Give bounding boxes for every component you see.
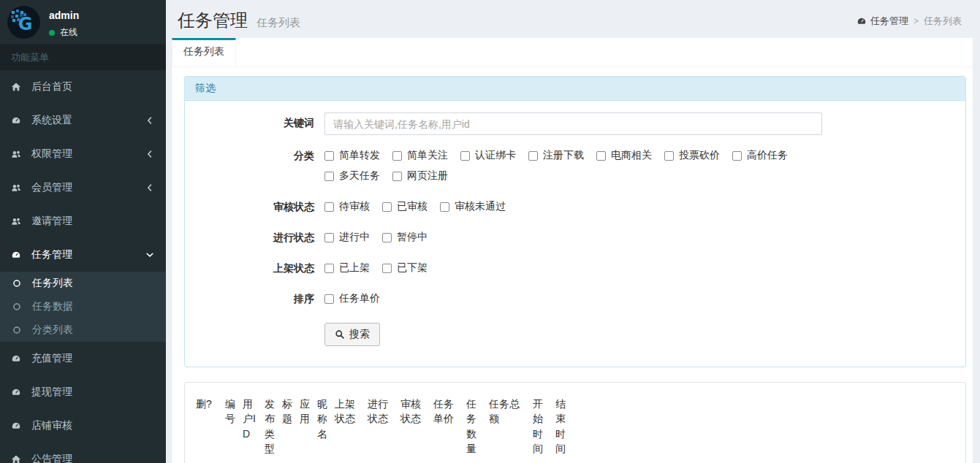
breadcrumb-item[interactable]: 任务管理 — [856, 15, 908, 28]
checkbox[interactable] — [382, 202, 392, 212]
checkbox[interactable] — [528, 151, 538, 161]
checkbox-label: 高价任务 — [747, 149, 788, 162]
filter-label-progress-status: 进行状态 — [196, 227, 324, 248]
sidebar-link-system-settings[interactable]: 系统设置 — [0, 104, 166, 137]
home-icon — [11, 82, 26, 92]
circle-o-icon — [12, 325, 27, 335]
checkbox[interactable] — [460, 151, 470, 161]
checkbox-label: 认证绑卡 — [475, 149, 516, 162]
filter-label-audit-status: 审核状态 — [196, 196, 324, 217]
checkbox-option[interactable]: 简单关注 — [392, 149, 448, 162]
table-column-header: 任务单价 — [430, 390, 463, 462]
checkbox[interactable] — [392, 151, 402, 161]
checkbox[interactable] — [732, 151, 742, 161]
checkbox-option[interactable]: 网页注册 — [392, 169, 448, 183]
checkbox[interactable] — [324, 151, 334, 161]
checkbox[interactable] — [596, 151, 606, 161]
table-column-header: 标题 — [278, 390, 296, 462]
sidebar-link-invites[interactable]: 邀请管理 — [0, 204, 166, 238]
users-icon — [11, 183, 26, 193]
sidebar-link-announcements[interactable]: 公告管理 — [0, 443, 166, 463]
sidebar-item-tasks: 任务管理任务列表任务数据分类列表 — [0, 238, 166, 342]
gauge-icon — [11, 250, 26, 260]
angle-left-icon — [145, 149, 155, 159]
content-header: 任务管理 任务列表 任务管理>任务列表 — [166, 0, 980, 38]
filter-row-sort: 排序任务单价 — [196, 288, 954, 309]
sidebar-item-home: 后台首页 — [0, 70, 166, 104]
checkbox[interactable] — [324, 172, 334, 181]
table-column-header: 结束时间 — [552, 390, 574, 462]
checkbox-option[interactable]: 进行中 — [324, 231, 370, 244]
checkbox[interactable] — [324, 294, 334, 304]
filter-panel-body: 关键词分类简单转发简单关注认证绑卡注册下载电商相关投票砍价高价任务多天任务网页注… — [185, 101, 965, 367]
checkbox-option[interactable]: 多天任务 — [324, 169, 380, 183]
table-column-header: 删? — [192, 390, 221, 462]
checkbox-option[interactable]: 暂停中 — [382, 231, 428, 244]
table-column-header: 审核状态 — [397, 390, 430, 462]
keyword-input[interactable] — [324, 112, 822, 135]
search-button-label: 搜索 — [349, 328, 370, 341]
checkbox-option[interactable]: 注册下载 — [528, 149, 584, 162]
task-table: 删?编号用户ID发布类型标题应用昵称名上架状态进行状态审核状态任务单价任务数量任… — [192, 390, 958, 462]
checkbox-option[interactable]: 已审核 — [382, 200, 428, 213]
checkbox[interactable] — [382, 233, 392, 242]
checkbox[interactable] — [382, 264, 392, 273]
checkbox-option[interactable]: 高价任务 — [732, 149, 788, 162]
checkbox-option[interactable]: 简单转发 — [324, 149, 380, 162]
checkbox-option[interactable]: 审核未通过 — [440, 200, 506, 213]
checkbox-option[interactable]: 电商相关 — [596, 149, 652, 162]
sidebar-submenu-tasks: 任务列表任务数据分类列表 — [0, 272, 166, 342]
sidebar-link-members[interactable]: 会员管理 — [0, 171, 166, 204]
sidebar-item-label: 公告管理 — [31, 453, 72, 463]
table-column-filler — [574, 390, 958, 462]
filter-row-shelf-status: 上架状态已上架已下架 — [196, 258, 954, 278]
sidebar-subitem-category-list: 分类列表 — [0, 318, 166, 342]
sidebar-sublink-task-data[interactable]: 任务数据 — [0, 295, 166, 318]
checkbox-option[interactable]: 认证绑卡 — [460, 149, 516, 162]
sidebar-link-recharge[interactable]: 充值管理 — [0, 342, 166, 375]
angle-left-icon — [145, 183, 155, 193]
sidebar-item-label: 会员管理 — [31, 181, 72, 194]
checkbox[interactable] — [664, 151, 674, 161]
online-status-label: 在线 — [60, 26, 77, 39]
users-icon — [11, 149, 26, 159]
tab-task-list[interactable]: 任务列表 — [172, 38, 236, 66]
checkbox-option[interactable]: 任务单价 — [324, 292, 380, 305]
checkbox-option[interactable]: 待审核 — [324, 200, 370, 213]
breadcrumb-label: 任务列表 — [924, 15, 962, 28]
circle-o-icon — [12, 278, 27, 288]
sidebar-sublink-task-list[interactable]: 任务列表 — [0, 272, 166, 295]
checkbox[interactable] — [324, 233, 334, 242]
sidebar-subitem-label: 任务数据 — [32, 300, 73, 313]
checkbox-option[interactable]: 投票砍价 — [664, 149, 720, 162]
sidebar-link-withdraw[interactable]: 提现管理 — [0, 375, 166, 409]
search-button[interactable]: 搜索 — [324, 323, 380, 346]
breadcrumb-label: 任务管理 — [870, 15, 908, 28]
checkbox-option[interactable]: 已上架 — [324, 261, 370, 275]
sidebar-link-home[interactable]: 后台首页 — [0, 70, 166, 104]
sidebar-subitem-label: 任务列表 — [32, 277, 73, 290]
checkbox[interactable] — [324, 264, 334, 273]
sidebar-item-members: 会员管理 — [0, 171, 166, 204]
sidebar-menu: 后台首页系统设置权限管理会员管理邀请管理任务管理任务列表任务数据分类列表充值管理… — [0, 70, 166, 463]
search-icon — [335, 329, 345, 340]
checkbox-option[interactable]: 已下架 — [382, 261, 428, 275]
sidebar: G admin 在线 功能菜单 后台首页系统设置权限管理会员管理邀请管理任务管理… — [0, 0, 166, 463]
sidebar-subitem-task-list: 任务列表 — [0, 272, 166, 295]
table-column-header: 上架状态 — [331, 390, 364, 462]
checkbox[interactable] — [324, 202, 334, 212]
checkbox-label: 电商相关 — [611, 149, 652, 162]
checkbox-label: 审核未通过 — [455, 200, 506, 213]
gauge-icon — [856, 16, 867, 26]
checkbox-label: 任务单价 — [339, 292, 380, 305]
sidebar-link-shop-review[interactable]: 店铺审核 — [0, 409, 166, 443]
checkbox[interactable] — [392, 172, 402, 181]
sidebar-link-tasks[interactable]: 任务管理 — [0, 238, 166, 272]
checkbox-label: 已审核 — [397, 200, 428, 213]
checkbox-label: 已上架 — [339, 261, 370, 275]
sidebar-subitem-task-data: 任务数据 — [0, 295, 166, 318]
checkbox[interactable] — [440, 202, 449, 212]
sidebar-sublink-category-list[interactable]: 分类列表 — [0, 318, 166, 342]
sidebar-link-permissions[interactable]: 权限管理 — [0, 137, 166, 171]
tab-content: 筛选 关键词分类简单转发简单关注认证绑卡注册下载电商相关投票砍价高价任务多天任务… — [172, 67, 973, 463]
